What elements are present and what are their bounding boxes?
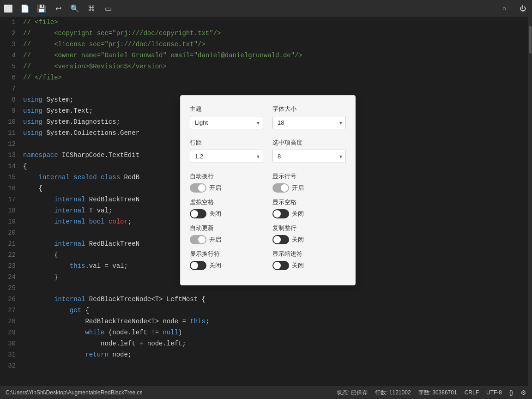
- toggle-control-auto_wrap: 开启: [190, 183, 263, 193]
- statusbar-chars: 字数: 30386701: [418, 389, 457, 397]
- line-number: 8: [0, 94, 23, 105]
- toggle-state-label-copy_line: 关闭: [292, 236, 304, 244]
- toggle-knob-virtual_space: [191, 210, 198, 218]
- new-file-icon[interactable]: 📄: [20, 4, 30, 13]
- fontsize-field: 字体大小 12 14 16 18 20: [272, 105, 346, 129]
- toggle-switch-virtual_space[interactable]: [190, 209, 206, 218]
- code-line: 30 node.left = node.left;: [0, 338, 532, 349]
- line-code: // <file>: [23, 17, 58, 28]
- line-code: internal RedBlackTreeNode<T> LeftMost {: [23, 294, 206, 305]
- toggle-knob-show_indent: [273, 262, 281, 269]
- toggle-knob-show_newline: [191, 262, 198, 269]
- editor-area: 1// <file>2// <copyright see="prj:///doc…: [0, 17, 532, 386]
- close-button[interactable]: ⏻: [517, 3, 528, 14]
- line-number: 30: [0, 338, 23, 349]
- selection-height-field: 选中项高度 4 6 8 10: [272, 139, 346, 163]
- toggle-control-show_newline: 关闭: [190, 261, 263, 270]
- new-window-icon[interactable]: ⬜: [4, 4, 13, 13]
- statusbar-status: 状态: 已保存: [337, 389, 368, 397]
- line-number: 1: [0, 17, 23, 28]
- toggle-row: 自动换行开启显示行号开启: [190, 172, 346, 193]
- linespacing-field: 行距 1.0 1.2 1.5 2.0: [190, 139, 263, 163]
- line-number: 10: [0, 116, 23, 127]
- fontsize-select-wrapper[interactable]: 12 14 16 18 20: [272, 116, 346, 129]
- toggle-switch-show_space[interactable]: [272, 209, 289, 218]
- line-number: 31: [0, 349, 23, 360]
- toggle-knob-show_lineno: [281, 184, 288, 192]
- toggle-state-label-show_lineno: 开启: [292, 184, 304, 192]
- line-code: using System.Diagnostics;: [23, 116, 120, 127]
- bookmark-icon[interactable]: ▭: [103, 4, 113, 13]
- toggle-state-label-show_newline: 关闭: [209, 261, 221, 270]
- toggle-field-auto_update: 自动更新开启: [190, 224, 263, 244]
- toggle-switch-show_lineno[interactable]: [272, 183, 289, 193]
- theme-select-wrapper[interactable]: Light Dark Solarized: [190, 116, 263, 129]
- toggle-knob-copy_line: [273, 236, 281, 243]
- toggle-switch-show_indent[interactable]: [272, 261, 289, 270]
- run-icon[interactable]: ⌘: [87, 4, 96, 13]
- fontsize-label: 字体大小: [272, 105, 346, 113]
- line-number: 9: [0, 105, 23, 116]
- toggle-control-virtual_space: 关闭: [190, 209, 263, 218]
- toggle-state-label-auto_wrap: 开启: [209, 184, 221, 192]
- line-code: internal T val;: [23, 205, 112, 216]
- line-code: RedBlackTreeNode<T> node = this;: [23, 316, 209, 327]
- fontsize-select[interactable]: 12 14 16 18 20: [272, 116, 346, 129]
- linespacing-select-wrapper[interactable]: 1.0 1.2 1.5 2.0: [190, 150, 263, 163]
- toggle-label-auto_wrap: 自动换行: [190, 172, 263, 181]
- line-code: {: [23, 161, 27, 172]
- line-code: internal sealed class RedB: [23, 172, 139, 183]
- scrollbar-thumb[interactable]: [529, 26, 532, 54]
- line-number: 22: [0, 249, 23, 260]
- undo-icon[interactable]: ↩: [54, 4, 63, 13]
- toggle-switch-auto_wrap[interactable]: [190, 183, 206, 193]
- toggle-field-copy_line: 复制整行关闭: [272, 224, 346, 244]
- toggle-label-show_space: 显示空格: [272, 198, 346, 206]
- toggle-switch-show_newline[interactable]: [190, 261, 206, 270]
- theme-field: 主题 Light Dark Solarized: [190, 105, 263, 129]
- save-icon[interactable]: 💾: [37, 4, 46, 13]
- code-line: 1// <file>: [0, 17, 532, 28]
- line-number: 3: [0, 39, 23, 50]
- scrollbar-track[interactable]: [528, 17, 532, 386]
- line-code: [23, 360, 54, 371]
- line-code: }: [23, 272, 58, 283]
- line-code: node.left = node.left;: [23, 338, 186, 349]
- toggle-row: 虚拟空格关闭显示空格关闭: [190, 198, 346, 218]
- line-number: 4: [0, 50, 23, 61]
- code-line: 28 RedBlackTreeNode<T> node = this;: [0, 316, 532, 327]
- line-code: // <version>$Revision$</version>: [23, 61, 167, 72]
- toggle-field-virtual_space: 虚拟空格关闭: [190, 198, 263, 218]
- toggle-label-virtual_space: 虚拟空格: [190, 198, 263, 206]
- linespacing-select[interactable]: 1.0 1.2 1.5 2.0: [190, 150, 263, 163]
- code-line: 2// <copyright see="prj:///doc/copyright…: [0, 28, 532, 39]
- line-code: // <owner name="Daniel Grunwald" email="…: [23, 50, 302, 61]
- line-code: internal bool color;: [23, 216, 132, 227]
- code-line: 4// <owner name="Daniel Grunwald" email=…: [0, 50, 532, 61]
- gear-icon[interactable]: ⚙: [520, 389, 526, 396]
- search-icon[interactable]: 🔍: [70, 4, 79, 13]
- minimize-button[interactable]: —: [480, 3, 491, 14]
- selection-height-select[interactable]: 4 6 8 10: [272, 150, 346, 163]
- toggle-switch-auto_update[interactable]: [190, 235, 206, 244]
- line-code: using System.Text;: [23, 105, 93, 116]
- selection-height-select-wrapper[interactable]: 4 6 8 10: [272, 150, 346, 163]
- maximize-button[interactable]: ○: [499, 3, 510, 14]
- theme-label: 主题: [190, 105, 263, 113]
- theme-select[interactable]: Light Dark Solarized: [190, 116, 263, 129]
- toggle-label-show_newline: 显示换行符: [190, 250, 263, 258]
- toggle-switch-copy_line[interactable]: [272, 235, 289, 244]
- line-number: 14: [0, 161, 23, 172]
- titlebar-icons: ⬜ 📄 💾 ↩ 🔍 ⌘ ▭: [4, 4, 113, 13]
- toggle-knob-show_space: [273, 210, 281, 218]
- line-number: 21: [0, 238, 23, 249]
- toggle-control-auto_update: 开启: [190, 235, 263, 244]
- line-code: {: [23, 183, 42, 194]
- statusbar-filepath: C:\Users\YinShi\Desktop\AugmentableRedBl…: [6, 389, 143, 396]
- line-number: 6: [0, 72, 23, 83]
- line-number: 26: [0, 294, 23, 305]
- toggle-control-show_indent: 关闭: [272, 261, 346, 270]
- line-number: 13: [0, 150, 23, 161]
- line-number: 7: [0, 83, 23, 94]
- statusbar-right: 状态: 已保存 行数: 1121002 字数: 30386701 CRLF UT…: [337, 389, 526, 397]
